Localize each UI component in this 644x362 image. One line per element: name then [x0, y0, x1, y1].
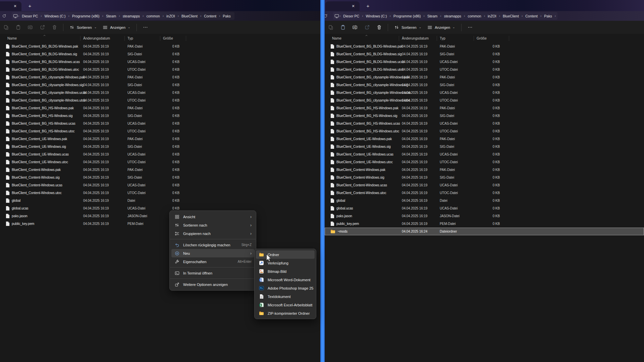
new-tab-button[interactable]: +: [26, 2, 34, 9]
breadcrumb-item[interactable]: Programme (x86): [391, 13, 423, 19]
file-row[interactable]: global04.04.2025 16:19Datei0 KB: [325, 197, 644, 204]
file-row[interactable]: BlueClient_Content_BG_BLDG-Windows.sig04…: [325, 50, 644, 58]
menu-item-sortieren-nach[interactable]: Sortieren nach›: [171, 221, 254, 229]
file-row[interactable]: BlueClient_Content_BG_citysample-Windows…: [325, 73, 644, 81]
column-header-name[interactable]: Name: [327, 36, 399, 41]
file-row[interactable]: BlueClient_Content-Windows.sig04.04.2025…: [0, 174, 320, 181]
file-row[interactable]: BlueClient_Content_BG_HS-Windows.ucas04.…: [0, 120, 320, 127]
submenu-item-bitmap-bild[interactable]: Bitmap-Bild: [256, 267, 315, 276]
breadcrumb-item[interactable]: Content: [523, 13, 540, 19]
breadcrumb-item[interactable]: Programme (x86): [70, 13, 102, 19]
menu-item-neu[interactable]: Neu›: [171, 249, 254, 257]
file-row[interactable]: BlueClient_Content-Windows.sig04.04.2025…: [325, 174, 644, 181]
file-row[interactable]: BlueClient_Content_UE-Windows.sig04.04.2…: [0, 143, 320, 150]
file-row[interactable]: BlueClient_Content_BG_citysample-Windows…: [325, 89, 644, 97]
toolbar-share-button[interactable]: [37, 22, 48, 32]
toolbar-rename-button[interactable]: A: [25, 22, 36, 32]
breadcrumb-item[interactable]: inZOI: [485, 13, 499, 19]
view-dropdown[interactable]: Anzeigen ⌄: [424, 22, 458, 32]
menu-item-in-terminal-ffnen[interactable]: In Terminal öffnen: [171, 269, 254, 277]
file-row[interactable]: global.ucas04.04.2025 16:19UCAS-Datei0 K…: [325, 204, 644, 212]
explorer-tab[interactable]: ✕: [325, 1, 360, 11]
snap-divider[interactable]: [320, 0, 325, 362]
file-row[interactable]: BlueClient_Content_BG_HS-Windows.utoc04.…: [325, 127, 644, 135]
column-header-size[interactable]: Größe: [160, 36, 186, 41]
file-row[interactable]: global04.04.2025 16:19Datei0 KB: [0, 197, 320, 204]
file-row[interactable]: BlueClient_Content_UE-Windows.utoc04.04.…: [325, 158, 644, 166]
breadcrumb-item[interactable]: Windows (C:): [42, 13, 68, 19]
submenu-item-microsoft-excel-arbeitsblatt[interactable]: XMicrosoft Excel-Arbeitsblatt: [256, 301, 315, 309]
toolbar-copy-button[interactable]: [1, 22, 12, 32]
file-row[interactable]: BlueClient_Content-Windows.ucas04.04.202…: [0, 181, 320, 189]
file-row[interactable]: BlueClient_Content_BG_BLDG-Windows.sig04…: [0, 50, 320, 58]
file-row[interactable]: BlueClient_Content-Windows.pak04.04.2025…: [0, 166, 320, 174]
refresh-icon[interactable]: [1, 14, 7, 18]
file-row[interactable]: BlueClient_Content_UE-Windows.utoc04.04.…: [0, 158, 320, 166]
column-header-type[interactable]: Typ: [437, 36, 474, 41]
file-row[interactable]: BlueClient_Content_BG_citysample-Windows…: [325, 81, 644, 89]
refresh-icon[interactable]: [325, 14, 328, 18]
file-row[interactable]: BlueClient_Content-Windows.pak04.04.2025…: [325, 166, 644, 174]
file-row[interactable]: BlueClient_Content-Windows.utoc04.04.202…: [0, 189, 320, 197]
file-row[interactable]: BlueClient_Content_UE-Windows.ucas04.04.…: [325, 150, 644, 158]
breadcrumb-item[interactable]: Paks: [220, 13, 233, 19]
file-row[interactable]: BlueClient_Content_BG_BLDG-Windows.pak04…: [325, 43, 644, 50]
sort-dropdown[interactable]: Sortieren ⌄: [66, 22, 100, 32]
breadcrumb-item[interactable]: Content: [202, 13, 219, 19]
file-row[interactable]: BlueClient_Content_BG_BLDG-Windows.ucas0…: [0, 58, 320, 66]
file-row[interactable]: BlueClient_Content_BG_HS-Windows.sig04.0…: [325, 112, 644, 120]
submenu-item-microsoft-word-dokument[interactable]: WMicrosoft Word-Dokument: [256, 276, 315, 284]
toolbar-delete-button[interactable]: [49, 22, 60, 32]
toolbar-copy-button[interactable]: [325, 22, 336, 32]
file-row[interactable]: BlueClient_Content_BG_citysample-Windows…: [0, 81, 320, 89]
tab-close-icon[interactable]: ✕: [350, 3, 357, 10]
file-row[interactable]: BlueClient_Content_BG_citysample-Windows…: [0, 73, 320, 81]
menu-item-l-schen-r-ckg-ngig-machen[interactable]: Löschen rückgängig machenStrg+Z: [171, 241, 254, 249]
file-row[interactable]: global.ucas04.04.2025 16:19UCAS-Datei0 K…: [0, 204, 320, 212]
file-row[interactable]: BlueClient_Content_BG_citysample-Windows…: [325, 97, 644, 104]
view-dropdown[interactable]: Anzeigen ⌄: [100, 22, 133, 32]
file-row[interactable]: BlueClient_Content_BG_HS-Windows.pak04.0…: [325, 104, 644, 112]
file-row[interactable]: BlueClient_Content_BG_citysample-Windows…: [0, 97, 320, 104]
file-row[interactable]: BlueClient_Content_UE-Windows.pak04.04.2…: [0, 135, 320, 143]
new-tab-button[interactable]: +: [364, 2, 372, 9]
breadcrumb-item[interactable]: steamapps: [120, 13, 142, 19]
menu-item-gruppieren-nach[interactable]: Gruppieren nach›: [171, 229, 254, 238]
file-row[interactable]: BlueClient_Content_BG_HS-Windows.sig04.0…: [0, 112, 320, 120]
menu-item-ansicht[interactable]: Ansicht›: [171, 213, 254, 221]
file-row[interactable]: BlueClient_Content_BG_HS-Windows.utoc04.…: [0, 127, 320, 135]
column-header-date[interactable]: Änderungsdatum: [80, 36, 125, 41]
more-options-button[interactable]: [465, 22, 476, 32]
file-row[interactable]: BlueClient_Content_BG_BLDG-Windows.pak04…: [0, 43, 320, 50]
submenu-item-adobe-photoshop-image-25[interactable]: PsAdobe Photoshop Image 25: [256, 284, 315, 292]
file-row[interactable]: BlueClient_Content_UE-Windows.pak04.04.2…: [325, 135, 644, 143]
file-row[interactable]: BlueClient_Content_BG_BLDG-Windows.utoc0…: [325, 66, 644, 73]
file-row[interactable]: BlueClient_Content_UE-Windows.ucas04.04.…: [0, 150, 320, 158]
menu-item-eigenschaften[interactable]: EigenschaftenAlt+Enter: [171, 257, 254, 266]
menu-item-weitere-optionen-anzeigen[interactable]: Weitere Optionen anzeigen: [171, 280, 254, 289]
file-row[interactable]: BlueClient_Content_UE-Windows.sig04.04.2…: [325, 143, 644, 150]
sort-dropdown[interactable]: Sortieren ⌄: [391, 22, 424, 32]
column-header-type[interactable]: Typ: [125, 36, 160, 41]
breadcrumb-item[interactable]: Dieser PC: [19, 13, 40, 19]
breadcrumb-item[interactable]: common: [465, 13, 483, 19]
submenu-item-zip-komprimierter-ordner[interactable]: ZIP-komprimierter Ordner: [256, 309, 315, 317]
file-row[interactable]: public_key.pem04.04.2025 16:19PEM-Datei0…: [325, 220, 644, 228]
breadcrumb-item[interactable]: steamapps: [442, 13, 464, 19]
column-header-date[interactable]: Änderungsdatum: [399, 36, 437, 41]
file-row[interactable]: BlueClient_Content_BG_HS-Windows.ucas04.…: [325, 120, 644, 127]
breadcrumb-item[interactable]: Dieser PC: [341, 13, 362, 19]
breadcrumb-item[interactable]: Steam: [104, 13, 118, 19]
file-row[interactable]: paks.jason04.04.2025 16:19JASON-Datei0 K…: [325, 212, 644, 220]
breadcrumb-item[interactable]: inZOI: [164, 13, 177, 19]
toolbar-share-button[interactable]: [362, 22, 373, 32]
file-row[interactable]: BlueClient_Content_BG_BLDG-Windows.ucas0…: [325, 58, 644, 66]
file-row[interactable]: BlueClient_Content-Windows.utoc04.04.202…: [325, 189, 644, 197]
breadcrumb-item[interactable]: BlueClient: [500, 13, 521, 19]
file-row[interactable]: paks.jason04.04.2025 16:19JASON-Datei0 K…: [0, 212, 320, 220]
submenu-item-ordner[interactable]: Ordner: [256, 250, 315, 259]
breadcrumb-item[interactable]: BlueClient: [179, 13, 200, 19]
submenu-item-textdokument[interactable]: Textdokument: [256, 292, 315, 301]
breadcrumb-item[interactable]: Paks: [542, 13, 554, 19]
toolbar-paste-button[interactable]: [337, 22, 348, 32]
